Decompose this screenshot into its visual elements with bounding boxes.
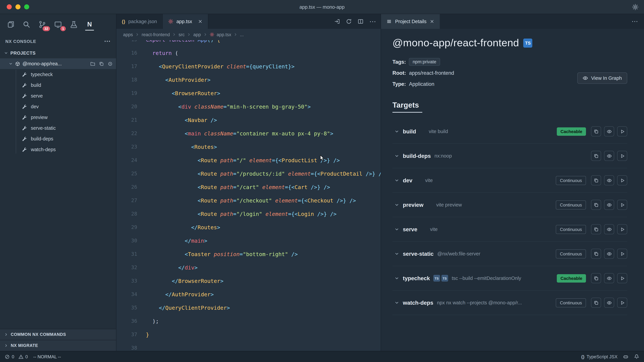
projects-section-header[interactable]: PROJECTS [0, 48, 116, 58]
target-row[interactable]: watch-depsnpx nx watch --projects @mono-… [392, 291, 627, 315]
target-row[interactable]: serve-static@nx/web:file-serverContinuou… [392, 242, 627, 266]
tab-package-json[interactable]: {} package.json [116, 14, 163, 29]
breadcrumb-more[interactable]: ... [240, 32, 244, 37]
close-tab-icon[interactable] [430, 19, 434, 24]
project-name-label: @mono-app/rea... [22, 61, 62, 66]
code-editor[interactable]: 15export function App() {16 return (17 <… [116, 40, 381, 351]
view-in-graph-button[interactable]: View In Graph [578, 72, 627, 84]
settings-gear-icon[interactable] [632, 3, 639, 10]
view-target-button[interactable] [604, 200, 614, 210]
code-line: 34 </AuthProvider> [116, 288, 381, 301]
run-target-button[interactable] [617, 273, 627, 283]
minimize-window-button[interactable] [16, 4, 20, 9]
copy-target-button[interactable] [591, 224, 601, 234]
code-line: 24 <Route path="/" element={<ProductList… [116, 153, 381, 167]
run-target-button[interactable] [617, 151, 627, 161]
view-target-button[interactable] [604, 175, 614, 185]
tab-project-details[interactable]: Project Details [381, 14, 440, 29]
tab-app-tsx[interactable]: app.tsx [163, 14, 208, 29]
copy-target-button[interactable] [591, 273, 601, 283]
view-target-button[interactable] [604, 126, 614, 136]
copy-target-button[interactable] [591, 298, 601, 308]
chevron-down-icon[interactable] [394, 227, 399, 232]
copy-target-button[interactable] [591, 200, 601, 210]
code-line: 38 [116, 341, 381, 351]
chevron-down-icon[interactable] [394, 178, 399, 183]
remote-explorer-view-button[interactable]: 1 [53, 18, 64, 31]
nx-console-view-button[interactable]: N [84, 18, 95, 31]
sidebar-target-item[interactable]: watch-deps [0, 144, 116, 155]
close-window-button[interactable] [7, 4, 12, 9]
code-line: 26 <Route path="/cart" element={<Cart />… [116, 180, 381, 194]
run-target-button[interactable] [617, 200, 627, 210]
sidebar-target-item[interactable]: typecheck [0, 69, 116, 80]
copilot-icon[interactable] [623, 354, 628, 360]
copy-target-button[interactable] [591, 175, 601, 185]
problems-indicator[interactable]: 0 0 [5, 354, 28, 359]
split-editor-icon[interactable] [358, 18, 364, 24]
run-target-button[interactable] [617, 249, 627, 259]
zoom-window-button[interactable] [24, 4, 29, 9]
chevron-down-icon[interactable] [394, 202, 399, 207]
target-row[interactable]: previewvite previewContinuous [392, 193, 627, 217]
view-target-button[interactable] [604, 273, 614, 283]
sidebar-target-item[interactable]: dev [0, 101, 116, 112]
breadcrumb-item[interactable]: app [193, 32, 201, 37]
common-nx-commands-section[interactable]: COMMON NX COMMANDS [0, 329, 116, 340]
project-tree-item[interactable]: @mono-app/rea... [0, 58, 116, 69]
open-changes-icon[interactable] [334, 18, 340, 24]
breadcrumb-item[interactable]: react-frontend [142, 32, 170, 37]
copy-target-button[interactable] [591, 126, 601, 136]
panel-more-actions[interactable]: ⋯ [632, 20, 638, 23]
target-row[interactable]: serveviteContinuous [392, 217, 627, 242]
chevron-down-icon[interactable] [394, 129, 399, 134]
refresh-icon[interactable] [346, 18, 352, 24]
run-target-button[interactable] [617, 126, 627, 136]
target-row[interactable]: buildvite buildCacheable [392, 119, 627, 144]
search-view-button[interactable] [21, 18, 32, 31]
eye-icon [606, 129, 612, 134]
testing-view-button[interactable] [68, 18, 79, 31]
breadcrumb-file[interactable]: app.tsx [217, 32, 231, 37]
line-number: 33 [116, 278, 146, 284]
run-target-button[interactable] [617, 298, 627, 308]
vim-mode-indicator[interactable]: -- NORMAL -- [33, 354, 61, 359]
chevron-down-icon[interactable] [394, 276, 399, 281]
copy-target-button[interactable] [591, 151, 601, 161]
target-icon[interactable] [108, 61, 113, 66]
chevron-down-icon[interactable] [394, 153, 399, 158]
sidebar-target-item[interactable]: build-deps [0, 133, 116, 144]
run-target-button[interactable] [617, 175, 627, 185]
editor-more-actions[interactable]: ⋯ [369, 20, 376, 23]
code-line: 20 <div className="min-h-screen bg-gray-… [116, 100, 381, 113]
target-row[interactable]: devviteContinuous [392, 168, 627, 193]
target-row[interactable]: typecheckTSTStsc --build --emitDeclarati… [392, 266, 627, 291]
sidebar-target-item[interactable]: build [0, 80, 116, 90]
app-tsx-file-icon [168, 19, 174, 24]
statusbar: 0 0 -- NORMAL -- {} TypeScript JSX [0, 351, 644, 362]
view-target-button[interactable] [604, 249, 614, 259]
view-target-button[interactable] [604, 224, 614, 234]
nx-migrate-section[interactable]: NX MIGRATE [0, 340, 116, 351]
source-control-view-button[interactable]: 32 [37, 18, 48, 31]
view-target-button[interactable] [604, 151, 614, 161]
chevron-right-icon [187, 32, 191, 36]
run-target-button[interactable] [617, 224, 627, 234]
folder-icon[interactable] [90, 61, 95, 66]
chevron-down-icon[interactable] [394, 300, 399, 305]
sidebar-target-item[interactable]: serve [0, 90, 116, 101]
sidebar-target-item[interactable]: preview [0, 112, 116, 123]
sidebar-target-item[interactable]: serve-static [0, 123, 116, 133]
copy-target-button[interactable] [591, 249, 601, 259]
view-target-button[interactable] [604, 298, 614, 308]
breadcrumb-item[interactable]: src [178, 32, 185, 37]
breadcrumb-item[interactable]: apps [123, 32, 133, 37]
close-tab-icon[interactable] [198, 19, 202, 24]
language-mode-indicator[interactable]: {} TypeScript JSX [581, 354, 618, 359]
sidebar-more-actions[interactable]: ⋯ [104, 39, 111, 43]
chevron-down-icon[interactable] [394, 251, 399, 256]
bell-icon[interactable] [634, 354, 639, 359]
target-row[interactable]: build-depsnx:noop [392, 144, 627, 168]
copy-icon[interactable] [99, 61, 104, 66]
explorer-view-button[interactable] [5, 18, 16, 31]
